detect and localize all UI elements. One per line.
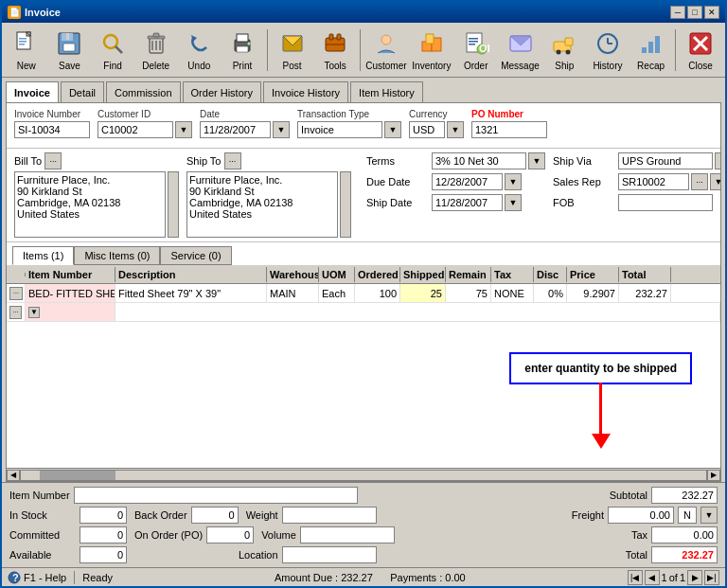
toolbar-save-button[interactable]: Save xyxy=(49,26,91,75)
due-date-input[interactable] xyxy=(432,173,503,190)
toolbar-print-button[interactable]: Print xyxy=(222,26,263,75)
toolbar-order-button[interactable]: OK Order xyxy=(455,26,497,75)
nav-next-button[interactable]: ▶ xyxy=(687,570,702,585)
empty-row-item[interactable]: ▼ xyxy=(26,303,115,321)
weight-input[interactable] xyxy=(282,507,377,524)
sales-rep-row: Sales Rep ··· ▼ xyxy=(553,173,721,190)
toolbar-find-button[interactable]: Find xyxy=(92,26,133,75)
scroll-thumb[interactable] xyxy=(40,471,115,480)
item-number-text: BED- FITTED SHE xyxy=(28,288,115,299)
delete-label: Delete xyxy=(142,61,169,71)
customer-id-input[interactable] xyxy=(98,121,173,138)
toolbar-inventory-button[interactable]: Inventory xyxy=(410,26,453,75)
nav-prev-button[interactable]: ◀ xyxy=(645,570,660,585)
invoice-number-input[interactable] xyxy=(14,121,90,138)
volume-input[interactable] xyxy=(300,526,395,543)
history-label: History xyxy=(593,61,622,71)
ship-to-scrollbar[interactable] xyxy=(340,171,351,238)
transaction-type-dropdown[interactable]: ▼ xyxy=(384,121,401,138)
tab-invoice[interactable]: Invoice xyxy=(6,81,59,102)
terms-input[interactable] xyxy=(432,152,526,169)
ship-to-textarea[interactable]: Furniture Place, Inc. 90 Kirkland St Cam… xyxy=(186,171,338,238)
help-icon: ? xyxy=(8,571,21,584)
arrow-head xyxy=(592,434,611,449)
tax-label: Tax xyxy=(631,529,647,541)
toolbar-post-button[interactable]: Post xyxy=(272,26,313,75)
svg-rect-32 xyxy=(426,34,434,44)
horizontal-scrollbar[interactable]: ◀ ▶ xyxy=(7,468,720,481)
currency-dropdown[interactable]: ▼ xyxy=(447,121,464,138)
toolbar-undo-button[interactable]: Undo xyxy=(179,26,221,75)
empty-row-dropdown[interactable]: ▼ xyxy=(28,307,40,318)
currency-input[interactable] xyxy=(409,121,445,138)
sales-rep-input[interactable] xyxy=(618,173,689,190)
bottom-row-1: Item Number Subtotal xyxy=(9,487,718,504)
toolbar-delete-button[interactable]: Delete xyxy=(135,26,177,75)
toolbar-new-button[interactable]: New xyxy=(6,26,47,75)
item-tab-service[interactable]: Service (0) xyxy=(160,246,231,265)
date-picker-button[interactable]: ▼ xyxy=(273,121,290,138)
maximize-button[interactable]: □ xyxy=(687,6,702,19)
bill-to-header: Bill To ··· xyxy=(14,152,179,169)
nav-first-button[interactable]: |◀ xyxy=(628,570,643,585)
bill-to-textarea[interactable]: Furniture Place, Inc. 90 Kirkland St Cam… xyxy=(14,171,166,238)
currency-group: Currency ▼ xyxy=(409,109,464,138)
toolbar-tools-button[interactable]: Tools xyxy=(314,26,356,75)
sales-rep-lookup[interactable]: ··· xyxy=(691,173,708,190)
scroll-right-button[interactable]: ▶ xyxy=(707,470,720,481)
sales-rep-dropdown[interactable]: ▼ xyxy=(710,173,721,190)
volume-field: Volume xyxy=(261,526,395,543)
ship-date-label: Ship Date xyxy=(366,197,428,208)
fob-input[interactable] xyxy=(618,194,713,211)
svg-point-10 xyxy=(104,35,117,48)
date-input[interactable] xyxy=(200,121,271,138)
ship-via-dropdown[interactable]: ▼ xyxy=(715,152,721,169)
scroll-left-button[interactable]: ◀ xyxy=(7,470,20,481)
bill-to-scrollbar[interactable] xyxy=(168,171,179,238)
item-number-input[interactable] xyxy=(74,487,358,504)
tab-commission[interactable]: Commission xyxy=(106,81,181,102)
freight-dropdown[interactable]: ▼ xyxy=(700,507,718,524)
freight-flag[interactable] xyxy=(678,507,697,524)
empty-row-button[interactable]: ··· xyxy=(9,306,22,319)
transaction-type-input[interactable] xyxy=(297,121,382,138)
toolbar-recap-button[interactable]: Recap xyxy=(630,26,672,75)
terms-dropdown[interactable]: ▼ xyxy=(528,152,545,169)
cell-shipped-1[interactable]: 25 xyxy=(400,284,446,302)
location-input[interactable] xyxy=(282,546,377,563)
cell-item-1[interactable]: BED- FITTED SHE ▼ xyxy=(26,284,115,302)
item-tab-items[interactable]: Items (1) xyxy=(12,246,74,265)
row-selector-1[interactable]: ··· xyxy=(7,284,26,302)
item-tab-misc[interactable]: Misc Items (0) xyxy=(74,246,160,265)
tab-order-history[interactable]: Order History xyxy=(183,81,261,102)
po-number-input[interactable] xyxy=(471,121,547,138)
svg-rect-36 xyxy=(469,44,475,45)
svg-rect-26 xyxy=(329,34,333,40)
customer-id-lookup-button[interactable]: ▼ xyxy=(175,121,192,138)
window-close-button[interactable]: ✕ xyxy=(704,6,719,19)
bill-to-button[interactable]: ··· xyxy=(44,152,62,169)
freight-value xyxy=(608,507,674,524)
currency-label: Currency xyxy=(409,109,464,119)
grid-col-description: Description xyxy=(115,267,267,282)
row-expand-button[interactable]: ··· xyxy=(9,287,23,300)
toolbar-customer-button[interactable]: Customer xyxy=(364,26,408,75)
ship-via-input[interactable] xyxy=(618,152,713,169)
toolbar-message-button[interactable]: Message xyxy=(499,26,542,75)
help-text: F1 - Help xyxy=(24,572,66,583)
toolbar-ship-button[interactable]: Ship xyxy=(544,26,586,75)
toolbar-close-button[interactable]: Close xyxy=(680,26,721,75)
nav-last-button[interactable]: ▶| xyxy=(704,570,719,585)
item-tabs: Items (1) Misc Items (0) Service (0) xyxy=(7,242,720,265)
due-date-picker[interactable]: ▼ xyxy=(505,173,522,190)
scroll-track[interactable] xyxy=(20,470,707,481)
ship-date-input[interactable] xyxy=(432,194,503,211)
toolbar-history-button[interactable]: History xyxy=(587,26,629,75)
title-bar-left: 📄 Invoice xyxy=(8,6,61,19)
minimize-button[interactable]: ─ xyxy=(670,6,685,19)
tab-item-history[interactable]: Item History xyxy=(350,81,423,102)
ship-to-button[interactable]: ··· xyxy=(224,152,241,169)
ship-date-picker[interactable]: ▼ xyxy=(505,194,522,211)
tab-detail[interactable]: Detail xyxy=(61,81,104,102)
tab-invoice-history[interactable]: Invoice History xyxy=(263,81,348,102)
